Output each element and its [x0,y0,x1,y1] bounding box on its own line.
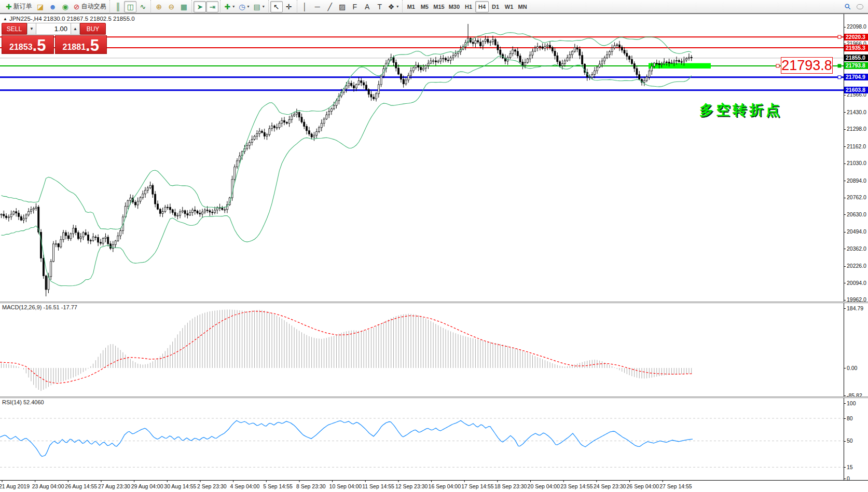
macd-axis-line [844,303,844,397]
timeframe-M15-button[interactable]: M15 [431,1,446,12]
toolbar-trendline-button[interactable]: ╱ [324,1,336,12]
hline-anchor[interactable] [838,76,841,79]
highlight-rectangle[interactable] [649,63,711,69]
time-label: 16 Sep 04:00 [429,483,461,489]
rsi-pane[interactable]: RSI(14) 52.4060 1008050150 [0,398,868,480]
collapse-panel-icon[interactable]: ▲ [3,17,7,21]
toolbar-line-chart-button[interactable]: ∿ [136,1,149,12]
toolbar-text-label-button[interactable]: T [374,1,386,12]
toolbar-templates-button[interactable]: ▤▾ [251,1,266,12]
toolbar-news-button[interactable]: ◉ [59,1,72,12]
magnifier-glyph: ⚲ [843,2,852,11]
time-label: 10 Sep 04:00 [329,483,362,489]
sell-button[interactable]: SELL [2,23,27,35]
macd-tick-mark [844,308,846,309]
price-tick-label: 19962.0 [847,297,866,302]
timeframe-W1-button[interactable]: W1 [502,1,516,12]
toolbar-periods-button[interactable]: ◷▾ [237,1,251,12]
timeframe-D1-button[interactable]: D1 [489,1,502,12]
toolbar-group: ↖✛ [268,0,297,13]
price-tick-label: 20630.0 [847,212,866,217]
toolbar-bar-chart-button[interactable]: ║ [112,1,124,12]
one-click-trading-panel: SELL ▼ ▲ BUY 21853.5 21881.5 [2,23,107,54]
price-tick-mark [844,95,846,95]
zoom-in-icon: ⊕ [156,3,162,10]
timeframe-H1-button[interactable]: H1 [462,1,475,12]
toolbar-equidistant-channel-button[interactable]: ▨ [336,1,349,12]
chinese-annotation[interactable]: 多空转折点 [699,101,782,119]
rsi-axis-label: 80 [847,416,853,421]
time-label: 12 Sep 23:30 [395,483,428,489]
toolbar-shapes-button[interactable]: ❖▾ [386,1,401,12]
price-tag-21855.0: 21855.0 [844,54,868,61]
toolbar-new-order-button[interactable]: ✚新订单 [4,1,34,12]
shapes-icon: ❖ [388,3,395,10]
toolbar-cursor-button[interactable]: ↖ [270,1,283,12]
main-chart-pane[interactable]: ▲JPN225-,H4 21830.0 21867.5 21802.5 2185… [0,14,868,302]
time-label: 4 Sep 04:00 [230,483,260,489]
toolbar-tile-windows-button[interactable]: ▦ [177,1,190,12]
time-label: 23 Sep 14:55 [560,483,593,489]
price-tag-21603.8: 21603.8 [844,87,868,93]
rsi-tick-mark [844,403,846,404]
toolbar-profile-button[interactable]: ☻ [47,1,59,12]
chevron-down-icon[interactable]: ▾ [396,4,398,9]
toolbar-zoom-out-button[interactable]: ⊖ [165,1,177,12]
macd-canvas [0,303,868,397]
price-tick-mark [844,112,846,113]
timeframe-H4-button[interactable]: H4 [475,1,489,12]
buy-button[interactable]: BUY [80,23,106,35]
callout-anchor[interactable] [776,64,779,67]
toolbar-eraser-button[interactable]: ◪ [34,1,47,12]
volume-increase-button[interactable]: ▲ [71,23,80,35]
candles [1,24,692,296]
toolbar-zoom-in-button[interactable]: ⊕ [153,1,165,12]
chevron-down-icon[interactable]: ▾ [232,4,235,9]
autotrade-icon: ⊘ [74,3,80,10]
volume-input[interactable] [36,23,71,35]
timeframe-M1-button[interactable]: M1 [404,1,418,12]
toolbar-candlestick-chart-button[interactable]: ◫ [124,1,136,12]
hline-anchor[interactable] [838,35,841,38]
toolbar-autotrade-button[interactable]: ⊘自动交易 [72,1,108,12]
time-axis[interactable]: 21 Aug 201923 Aug 04:0026 Aug 14:5527 Au… [0,480,868,492]
volume-decrease-button[interactable]: ▼ [27,23,36,35]
toolbar-group: ✚新订单◪☻◉⊘自动交易 [2,0,109,13]
search-icon[interactable]: ⚲ [841,1,853,12]
fibonacci-icon: F [352,3,357,10]
price-callout-box[interactable]: 21793.8 [781,57,833,74]
chat-icon[interactable] [853,1,866,12]
toolbar-indicators-button[interactable]: ✚▾ [222,1,237,12]
hline-anchor[interactable] [838,64,841,67]
sell-price-box[interactable]: 21853.5 [2,35,54,54]
timeframe-MN-button[interactable]: MN [516,1,529,12]
price-tick-label: 21430.0 [847,110,866,115]
toolbar-chart-shift-button[interactable]: ⇥ [206,1,218,12]
toolbar-group: ⊕⊖▦ [150,0,191,13]
rsi-axis-label: 100 [847,401,856,406]
price-tick-mark [844,283,846,283]
toolbar-horizontal-line-button[interactable]: ─ [311,1,324,12]
trendline-icon: ╱ [327,3,332,10]
timeframe-M5-button[interactable]: M5 [418,1,431,12]
rsi-tick-mark [844,467,846,468]
chevron-down-icon[interactable]: ▾ [247,4,249,9]
chevron-down-icon[interactable]: ▾ [263,4,265,9]
price-tick-label: 20226.0 [847,263,866,269]
toolbar-group: │─╱▨FAT❖▾ [297,0,403,13]
toolbar-auto-scroll-button[interactable]: ➤ [194,1,206,12]
buy-price-box[interactable]: 21881.5 [55,35,107,54]
toolbar-text-button[interactable]: A [361,1,374,12]
toolbar-fibonacci-button[interactable]: F [349,1,361,12]
macd-histogram [2,309,692,391]
price-tick-label: 20894.0 [847,178,866,184]
price-tick-mark [844,249,846,249]
price-tick-label: 21030.0 [847,160,866,166]
toolbar-vertical-line-button[interactable]: │ [299,1,311,12]
buy-price-big-digit: .5 [86,39,99,52]
toolbar-crosshair-button[interactable]: ✛ [283,1,295,12]
macd-pane[interactable]: MACD(12,26,9) -16.51 -17.77 184.790.00-8… [0,303,868,397]
toolbar-group: ║◫∿ [109,0,150,13]
timeframe-M30-button[interactable]: M30 [447,1,462,12]
macd-tick-mark [844,368,846,368]
